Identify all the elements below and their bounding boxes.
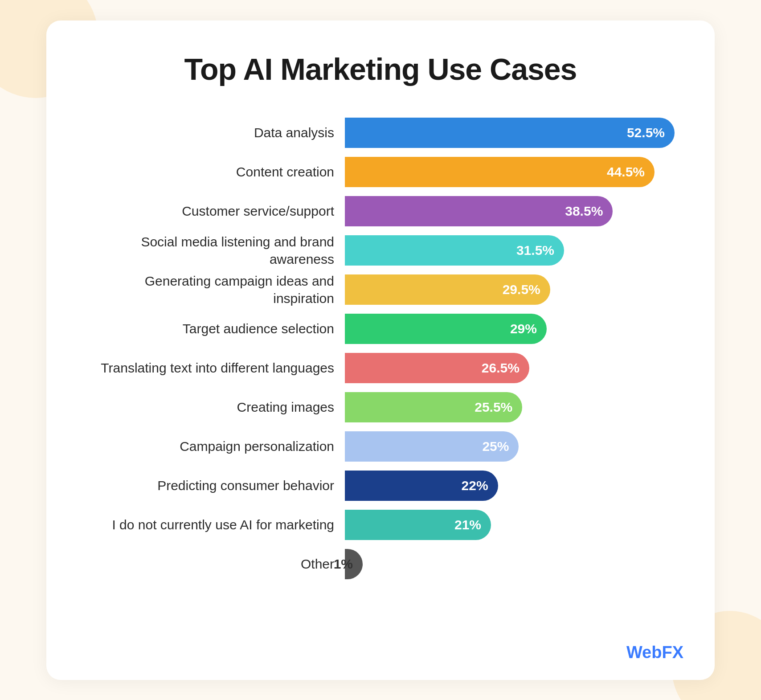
bar-row: Content creation44.5% [86,152,675,192]
bar-row: Predicting consumer behavior22% [86,466,675,505]
bar-value: 44.5% [607,164,645,180]
bar-fill: 1% [345,549,363,579]
bar-row: Customer service/support38.5% [86,192,675,231]
bar-fill: 21% [345,510,491,540]
bar-fill: 29% [345,314,547,344]
bar-fill: 38.5% [345,196,613,226]
brand-web: Web [626,643,662,662]
bar-value: 29.5% [503,282,540,297]
bar-label: Predicting consumer behavior [86,477,345,494]
bar-value: 31.5% [516,243,554,258]
bar-fill: 25.5% [345,392,522,422]
bar-label: Customer service/support [86,202,345,220]
bar-row: I do not currently use AI for marketing2… [86,505,675,544]
bar-value: 26.5% [482,360,520,376]
bar-fill: 52.5% [345,118,675,148]
brand-fx: FX [662,643,683,662]
bar-value: 21% [454,517,481,532]
bar-value: 1% [334,557,353,572]
bar-value: 25.5% [475,400,512,415]
bar-label: Generating campaign ideas and inspiratio… [86,272,345,307]
bar-row: Social media listening and brand awarene… [86,231,675,270]
bar-label: Creating images [86,398,345,416]
bar-label: Other [86,555,345,573]
bar-row: Other1% [86,544,675,584]
bar-label: Content creation [86,163,345,180]
bar-fill: 44.5% [345,157,655,187]
bar-value: 52.5% [627,125,665,140]
bar-row: Campaign personalization25% [86,427,675,466]
bar-row: Translating text into different language… [86,348,675,388]
bar-value: 38.5% [565,204,603,219]
bar-fill: 22% [345,471,498,501]
bar-row: Target audience selection29% [86,309,675,348]
bar-label: Translating text into different language… [86,359,345,377]
bar-fill: 26.5% [345,353,529,383]
bar-value: 25% [482,439,509,454]
chart-container: Top AI Marketing Use Cases Data analysis… [46,20,715,680]
bar-fill: 25% [345,431,519,462]
bar-label: Campaign personalization [86,438,345,455]
chart-title: Top AI Marketing Use Cases [86,52,675,86]
bar-row: Creating images25.5% [86,388,675,427]
bar-label: Social media listening and brand awarene… [86,233,345,268]
bar-row: Data analysis52.5% [86,113,675,152]
bar-value: 29% [510,321,537,336]
chart-area: Data analysis52.5%Content creation44.5%C… [86,113,675,584]
bar-value: 22% [462,478,488,493]
bar-label: I do not currently use AI for marketing [86,516,345,533]
bar-label: Data analysis [86,124,345,141]
bar-fill: 29.5% [345,274,550,305]
bar-fill: 31.5% [345,235,564,266]
bar-row: Generating campaign ideas and inspiratio… [86,270,675,309]
brand-logo: WebFX [626,643,683,662]
bar-label: Target audience selection [86,320,345,337]
